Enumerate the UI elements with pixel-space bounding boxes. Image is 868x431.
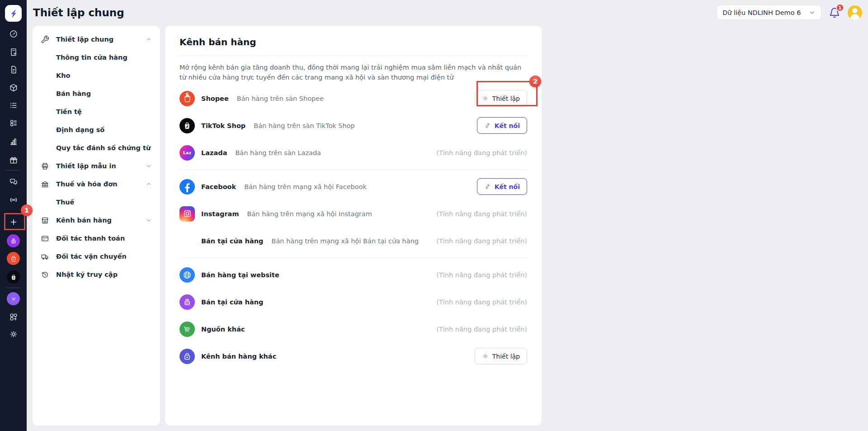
tiktok-connect-button[interactable]: Kết nối: [477, 117, 527, 134]
channel-subtitle: Bán hàng trên mạng xã hội Facebook: [244, 183, 367, 190]
chevron-down-icon: [146, 217, 152, 223]
avatar[interactable]: [848, 5, 862, 20]
sidebar-item-tien-te[interactable]: Tiền tệ: [33, 103, 160, 121]
chevron-down-icon: [146, 163, 152, 169]
facebook-icon: [179, 179, 195, 194]
instagram-icon: [179, 206, 195, 222]
link-icon: [484, 183, 491, 190]
history-icon: [41, 270, 52, 279]
channel-row-nguon-khac: Nguồn khác (Tính năng đang phát triển): [179, 316, 527, 343]
dashboard-icon[interactable]: [0, 28, 27, 40]
promotions-icon[interactable]: [0, 154, 27, 166]
documents-icon[interactable]: [0, 64, 27, 76]
more-apps-icon[interactable]: [0, 311, 27, 323]
notification-badge: 1: [836, 4, 844, 12]
facebook-connect-button[interactable]: Kết nối: [477, 178, 527, 195]
channel-row-facebook: Facebook Bán hàng trên mạng xã hội Faceb…: [179, 173, 527, 200]
panel-description: Mở rộng kênh bán gia tăng doanh thu, đồn…: [179, 63, 527, 83]
channel-name: Shopee: [201, 95, 229, 102]
channel-name: Kênh bán hàng khác: [201, 353, 276, 360]
shopee-channel-icon[interactable]: [7, 252, 20, 265]
channel-row-kenh-khac: Kênh bán hàng khác Thiết lập: [179, 343, 527, 370]
rail-divider: [6, 170, 20, 171]
channel-row-ban-tai-cua-hang-social: Bán tại cửa hàng Bán hàng trên mạng xã h…: [179, 227, 527, 255]
sidebar-item-thue[interactable]: Thuế: [33, 193, 160, 211]
developing-status: (Tính năng đang phát triển): [436, 237, 527, 245]
credit-card-icon: [41, 234, 52, 243]
gear-icon: [482, 353, 489, 360]
globe-icon: [179, 267, 195, 283]
printer-icon: [41, 162, 52, 171]
sidebar-item-thiet-lap-chung[interactable]: Thiết lập chung: [33, 30, 160, 48]
sidebar-item-kenh-ban-hang[interactable]: Kênh bán hàng: [33, 211, 160, 229]
channel-row-tiktok: TikTok Shop Bán hàng trên sàn TikTok Sho…: [179, 112, 527, 139]
sidebar-item-label: Thiết lập chung: [56, 36, 113, 43]
annotation-badge-step1: 1: [21, 204, 33, 216]
sidebar-item-thue-va-hoa-don[interactable]: Thuế và hóa đơn: [33, 175, 160, 193]
workspace-selector-value: Dữ liệu NDLINH Demo 6: [722, 9, 801, 16]
annotation-badge-step2: 2: [529, 76, 541, 87]
cart-icon: [179, 322, 195, 337]
sidebar-item-doi-tac-thanh-toan[interactable]: Đối tác thanh toán: [33, 229, 160, 247]
channel-name: Lazada: [201, 149, 227, 156]
channel-row-lazada: Laz Lazada Bán hàng trên sàn Lazada (Tín…: [179, 139, 527, 166]
reports-icon[interactable]: [0, 136, 27, 147]
sidebar-item-thong-tin-cua-hang[interactable]: Thông tin cửa hàng: [33, 48, 160, 66]
channel-name: TikTok Shop: [201, 122, 245, 129]
pos-channel-icon[interactable]: [7, 234, 20, 247]
products-icon[interactable]: [0, 82, 27, 94]
integrations-icon[interactable]: [7, 292, 20, 305]
topbar-right: Dữ liệu NDLINH Demo 6 1: [717, 5, 862, 20]
sidebar-item-quy-tac-danh-so[interactable]: Quy tắc đánh số chứng từ: [33, 139, 160, 157]
bag-icon: [179, 349, 195, 364]
developing-status: (Tính năng đang phát triển): [436, 210, 527, 218]
notifications-button[interactable]: 1: [829, 7, 840, 19]
tiktok-icon: [179, 118, 195, 133]
broadcast-icon[interactable]: [0, 194, 27, 206]
sidebar-item-dinh-dang-so[interactable]: Định dạng số: [33, 121, 160, 139]
chevron-up-icon: [146, 36, 152, 43]
developing-status: (Tính năng đang phát triển): [436, 149, 527, 156]
sidebar-item-thiet-lap-mau-in[interactable]: Thiết lập mẫu in: [33, 157, 160, 175]
settings-icon[interactable]: [0, 328, 27, 340]
channel-subtitle: Bán hàng trên sàn TikTok Shop: [254, 122, 355, 129]
list-icon[interactable]: [0, 99, 27, 111]
divider: [179, 170, 527, 170]
developing-status: (Tính năng đang phát triển): [436, 271, 527, 279]
sidebar-item-doi-tac-van-chuyen[interactable]: Đối tác vận chuyển: [33, 247, 160, 265]
developing-status: (Tính năng đang phát triển): [436, 298, 527, 306]
app-logo[interactable]: [5, 5, 22, 22]
channel-subtitle: Bán hàng trên sàn Lazada: [235, 149, 321, 156]
link-icon: [484, 122, 491, 129]
divider: [179, 258, 527, 258]
add-channel-button[interactable]: [0, 216, 27, 228]
channel-row-shopee: S Shopee Bán hàng trên sàn Shopee Thiết …: [179, 85, 527, 112]
pos-icon: [179, 294, 195, 310]
panel-title: Kênh bán hàng: [179, 37, 527, 47]
truck-icon: [41, 252, 52, 261]
channel-subtitle: Bán hàng trên mạng xã hội Instagram: [247, 210, 372, 218]
sidebar-item-kho[interactable]: Kho: [33, 66, 160, 85]
workspace-selector[interactable]: Dữ liệu NDLINH Demo 6: [717, 5, 821, 20]
sidebar-item-nhat-ky-truy-cap[interactable]: Nhật ký truy cập: [33, 265, 160, 284]
sidebar-item-ban-hang[interactable]: Bán hàng: [33, 85, 160, 103]
channel-subtitle: Bán hàng trên sàn Shopee: [237, 95, 324, 102]
avatar-head: [853, 8, 858, 13]
store-icon: [41, 216, 52, 225]
channel-name: Nguồn khác: [201, 326, 245, 333]
divider: [179, 56, 527, 56]
channel-row-instagram: Instagram Bán hàng trên mạng xã hội Inst…: [179, 200, 527, 227]
board-icon[interactable]: [0, 117, 27, 129]
orders-icon[interactable]: [0, 46, 27, 58]
channel-row-pos: Bán tại cửa hàng (Tính năng đang phát tr…: [179, 289, 527, 316]
bank-icon: [41, 180, 52, 189]
developing-status: (Tính năng đang phát triển): [436, 326, 527, 333]
channel-name: Facebook: [201, 183, 236, 190]
chat-icon[interactable]: [0, 176, 27, 188]
channel-row-website: Bán hàng tại website (Tính năng đang phá…: [179, 261, 527, 289]
channel-name: Bán tại cửa hàng: [201, 237, 264, 245]
shopee-setup-button[interactable]: Thiết lập: [475, 90, 527, 107]
tiktok-channel-icon[interactable]: [7, 270, 20, 284]
other-channel-setup-button[interactable]: Thiết lập: [475, 348, 527, 365]
settings-sidebar: Thiết lập chung Thông tin cửa hàng Kho B…: [33, 26, 160, 426]
